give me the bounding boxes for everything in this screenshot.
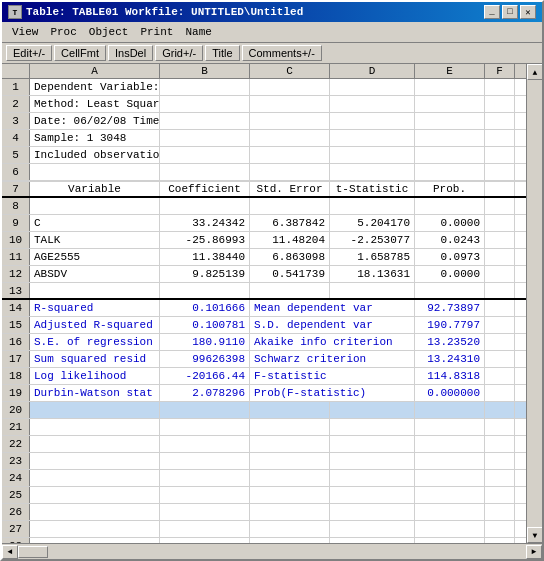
cell[interactable]: TALK [30, 232, 160, 248]
cell[interactable]: Adjusted R-squared [30, 317, 160, 333]
cell[interactable]: 0.100781 [160, 317, 250, 333]
col-header-a[interactable]: A [30, 64, 160, 78]
table-row[interactable]: 18Log likelihood-20166.44F-statistic114.… [2, 368, 526, 385]
cell[interactable] [30, 521, 160, 537]
cell[interactable] [250, 487, 330, 503]
cell[interactable] [485, 215, 515, 231]
cell[interactable]: Log likelihood [30, 368, 160, 384]
cell[interactable] [485, 283, 515, 298]
cellfmt-button[interactable]: CellFmt [54, 45, 106, 61]
cell[interactable] [485, 351, 515, 367]
scroll-up-button[interactable]: ▲ [527, 64, 542, 80]
scroll-left-button[interactable]: ◄ [2, 545, 18, 559]
cell[interactable] [160, 453, 250, 469]
cell[interactable]: AGE2555 [30, 249, 160, 265]
cell[interactable] [485, 470, 515, 486]
cell[interactable]: Dependent Variable: HS [30, 79, 160, 95]
insdel-button[interactable]: InsDel [108, 45, 153, 61]
cell[interactable] [160, 164, 250, 180]
cell[interactable] [250, 521, 330, 537]
cell[interactable] [415, 164, 485, 180]
cell[interactable]: 0.101666 [160, 300, 250, 316]
table-row[interactable]: 2Method: Least Squares [2, 96, 526, 113]
cell[interactable] [485, 198, 515, 214]
edit-button[interactable]: Edit+/- [6, 45, 52, 61]
cell[interactable] [415, 453, 485, 469]
menu-object[interactable]: Object [83, 24, 135, 40]
scroll-track-h[interactable] [18, 545, 526, 559]
cell[interactable]: Sample: 1 3048 [30, 130, 160, 146]
col-header-c[interactable]: C [250, 64, 330, 78]
table-row[interactable]: 10TALK-25.8699311.48204-2.2530770.0243 [2, 232, 526, 249]
cell[interactable] [485, 317, 515, 333]
cell[interactable] [485, 96, 515, 112]
cell[interactable]: Prob(F-statistic) [250, 385, 415, 401]
col-header-f[interactable]: F [485, 64, 515, 78]
cell[interactable]: 99626398 [160, 351, 250, 367]
cell[interactable] [160, 436, 250, 452]
cell[interactable] [330, 504, 415, 520]
menu-proc[interactable]: Proc [44, 24, 82, 40]
cell[interactable]: Schwarz criterion [250, 351, 415, 367]
col-header-d[interactable]: D [330, 64, 415, 78]
cell[interactable] [485, 113, 515, 129]
scroll-down-button[interactable]: ▼ [527, 527, 542, 543]
cell[interactable] [160, 470, 250, 486]
cell[interactable] [485, 487, 515, 503]
cell[interactable]: -2.253077 [330, 232, 415, 248]
cell[interactable]: Coefficient [160, 182, 250, 196]
cell[interactable]: -25.86993 [160, 232, 250, 248]
cell[interactable] [485, 266, 515, 282]
cell[interactable] [30, 436, 160, 452]
table-row[interactable]: 20 [2, 402, 526, 419]
cell[interactable]: ABSDV [30, 266, 160, 282]
cell[interactable] [160, 419, 250, 435]
cell[interactable] [330, 164, 415, 180]
cell[interactable]: Mean dependent var [250, 300, 415, 316]
cell[interactable] [485, 334, 515, 350]
cell[interactable]: S.E. of regression [30, 334, 160, 350]
table-row[interactable]: 22 [2, 436, 526, 453]
cell[interactable]: Prob. [415, 182, 485, 196]
table-row[interactable]: 4Sample: 1 3048 [2, 130, 526, 147]
table-row[interactable]: 12ABSDV9.8251390.54173918.136310.0000 [2, 266, 526, 283]
cell[interactable]: 190.7797 [415, 317, 485, 333]
cell[interactable] [30, 453, 160, 469]
cell[interactable] [330, 96, 415, 112]
table-row[interactable]: 17Sum squared resid99626398Schwarz crite… [2, 351, 526, 368]
cell[interactable] [250, 470, 330, 486]
cell[interactable]: Sum squared resid [30, 351, 160, 367]
rows-area[interactable]: 1Dependent Variable: HS2Method: Least Sq… [2, 79, 526, 543]
cell[interactable] [485, 538, 515, 543]
cell[interactable] [250, 419, 330, 435]
cell[interactable] [415, 419, 485, 435]
cell[interactable] [415, 487, 485, 503]
cell[interactable]: 0.0243 [415, 232, 485, 248]
cell[interactable] [485, 504, 515, 520]
table-row[interactable]: 26 [2, 504, 526, 521]
table-row[interactable]: 25 [2, 487, 526, 504]
scroll-track-v[interactable] [527, 80, 542, 527]
cell[interactable] [330, 487, 415, 503]
cell[interactable] [30, 538, 160, 543]
table-row[interactable]: 28 [2, 538, 526, 543]
cell[interactable] [250, 283, 330, 298]
cell[interactable]: 114.8318 [415, 368, 485, 384]
cell[interactable] [330, 198, 415, 214]
cell[interactable] [250, 147, 330, 163]
cell[interactable] [415, 198, 485, 214]
cell[interactable] [330, 538, 415, 543]
cell[interactable] [330, 453, 415, 469]
cell[interactable] [30, 419, 160, 435]
cell[interactable]: t-Statistic [330, 182, 415, 196]
cell[interactable] [485, 385, 515, 401]
cell[interactable] [415, 504, 485, 520]
cell[interactable]: 0.000000 [415, 385, 485, 401]
cell[interactable] [160, 147, 250, 163]
cell[interactable] [30, 283, 160, 298]
cell[interactable]: 6.863098 [250, 249, 330, 265]
cell[interactable] [485, 79, 515, 95]
cell[interactable] [30, 164, 160, 180]
cell[interactable] [330, 130, 415, 146]
cell[interactable] [415, 470, 485, 486]
